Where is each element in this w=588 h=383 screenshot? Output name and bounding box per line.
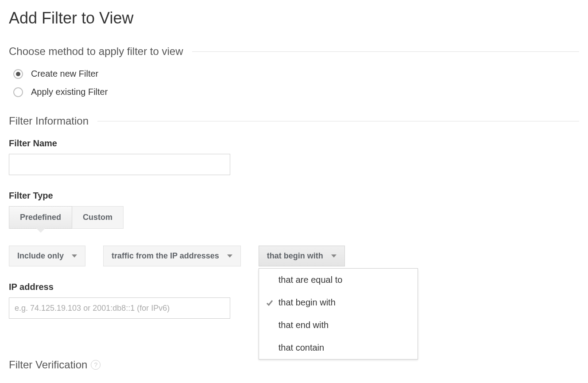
radio-dot-icon	[16, 72, 20, 76]
match-expression-dropdown[interactable]: that begin with	[259, 246, 345, 266]
dropdown-label: that begin with	[267, 251, 323, 261]
check-slot	[266, 299, 279, 306]
menu-item-end-with[interactable]: that end with	[259, 314, 418, 336]
ip-address-input[interactable]	[9, 297, 230, 319]
page-title: Add Filter to View	[9, 9, 579, 27]
radio-icon	[13, 87, 23, 97]
verification-section-header: Filter Verification ?	[9, 359, 579, 371]
tab-custom[interactable]: Custom	[72, 206, 124, 229]
tab-predefined[interactable]: Predefined	[9, 206, 72, 229]
menu-item-label: that are equal to	[279, 275, 343, 285]
chevron-down-icon	[227, 254, 232, 258]
filter-type-label: Filter Type	[9, 191, 579, 201]
filter-name-label: Filter Name	[9, 138, 579, 149]
help-icon[interactable]: ?	[91, 360, 101, 370]
method-section-header: Choose method to apply filter to view	[9, 45, 579, 58]
radio-label: Apply existing Filter	[31, 87, 108, 97]
traffic-source-dropdown[interactable]: traffic from the IP addresses	[103, 246, 241, 266]
info-section-header: Filter Information	[9, 115, 579, 127]
info-section-title: Filter Information	[9, 115, 89, 127]
chevron-down-icon	[331, 254, 337, 258]
predefined-filter-row: Include only traffic from the IP address…	[9, 246, 579, 266]
match-expression-menu: that are equal to that begin with that e…	[259, 268, 418, 360]
method-radio-group: Create new Filter Apply existing Filter	[13, 69, 579, 97]
menu-item-label: that contain	[279, 343, 324, 353]
radio-apply-existing-filter[interactable]: Apply existing Filter	[13, 87, 579, 97]
include-exclude-dropdown[interactable]: Include only	[9, 246, 85, 266]
menu-item-label: that begin with	[279, 297, 336, 308]
menu-item-label: that end with	[279, 320, 329, 330]
divider	[97, 121, 579, 121]
filter-name-input[interactable]	[9, 154, 230, 175]
dropdown-label: traffic from the IP addresses	[112, 251, 219, 261]
chevron-down-icon	[72, 254, 77, 258]
menu-item-contain[interactable]: that contain	[259, 336, 418, 359]
divider	[192, 51, 579, 52]
check-icon	[266, 299, 273, 306]
radio-create-new-filter[interactable]: Create new Filter	[13, 69, 579, 79]
menu-item-equal-to[interactable]: that are equal to	[259, 269, 418, 291]
verification-section-title: Filter Verification	[9, 359, 87, 371]
menu-item-begin-with[interactable]: that begin with	[259, 291, 418, 314]
method-section-title: Choose method to apply filter to view	[9, 45, 183, 58]
dropdown-label: Include only	[17, 251, 64, 261]
radio-icon	[13, 69, 23, 79]
filter-type-tabs: Predefined Custom	[9, 206, 124, 229]
radio-label: Create new Filter	[31, 69, 98, 79]
